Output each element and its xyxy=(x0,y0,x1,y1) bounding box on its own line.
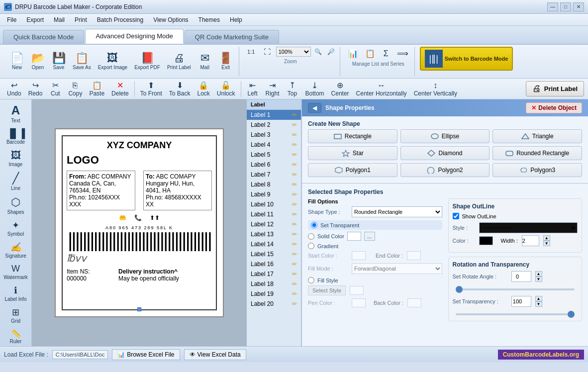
start-color-box[interactable] xyxy=(352,251,366,260)
fill-mode-select[interactable]: ForwardDiagonal BackwardDiagonal Horizon… xyxy=(352,263,442,274)
fill-style-radio[interactable] xyxy=(308,277,314,283)
shape-type-select[interactable]: Rounded Rectangle Rectangle Ellipse Tria… xyxy=(352,206,442,217)
switch-barcode-button[interactable]: |‖| Switch to Barcode Mode xyxy=(420,47,513,71)
manage-btn3[interactable]: Σ xyxy=(379,47,393,60)
rotate-up-btn[interactable]: ▲ xyxy=(535,271,542,277)
label-item-13[interactable]: Label 13 ✏ xyxy=(247,229,301,239)
sidebar-item-ruler[interactable]: 📏 Ruler xyxy=(2,327,30,346)
align-right-button[interactable]: ⇥ Right xyxy=(263,80,283,98)
browse-excel-button[interactable]: 📊 Browse Excel File xyxy=(112,349,180,360)
sidebar-item-watermark[interactable]: W Watermark xyxy=(2,262,30,282)
style-color-box[interactable] xyxy=(350,286,364,295)
shape-polygon2-button[interactable]: Polygon2 xyxy=(400,163,490,177)
cut-button[interactable]: ✂ Cut xyxy=(46,80,64,98)
transparency-down-btn[interactable]: ▼ xyxy=(535,301,542,307)
export-image-button[interactable]: 🖼 Export Image xyxy=(95,51,130,72)
open-button[interactable]: 📂 Open xyxy=(28,51,48,72)
manage-btn2[interactable]: 📋 xyxy=(362,47,378,60)
delete-button[interactable]: ✕ Delete xyxy=(108,80,132,98)
maximize-button[interactable]: □ xyxy=(560,2,571,11)
unlock-button[interactable]: 🔓 Unlock xyxy=(214,80,238,98)
menu-help[interactable]: Help xyxy=(225,15,247,24)
solid-radio[interactable] xyxy=(308,233,314,240)
menu-export[interactable]: Export xyxy=(21,15,49,24)
shape-rectangle-button[interactable]: Rectangle xyxy=(308,129,397,143)
width-up-btn[interactable]: ▲ xyxy=(543,235,550,241)
sidebar-item-image[interactable]: 🖼 Image xyxy=(2,148,30,169)
sidebar-item-label-info[interactable]: ℹ Label Info xyxy=(2,283,30,304)
delete-object-button[interactable]: ✕ Delete Object xyxy=(526,102,582,113)
label-item-3[interactable]: Label 3 ✏ xyxy=(247,130,301,140)
zoom-fit-button[interactable]: ⛶ xyxy=(260,47,274,57)
rotate-down-btn[interactable]: ▼ xyxy=(535,277,542,282)
label-item-17[interactable]: Label 17 ✏ xyxy=(247,269,301,279)
rotate-slider[interactable] xyxy=(456,288,575,290)
label-item-5[interactable]: Label 5 ✏ xyxy=(247,150,301,160)
width-input[interactable] xyxy=(522,235,539,246)
back-button[interactable]: ◀ xyxy=(308,103,321,113)
label-item-6[interactable]: Label 6 ✏ xyxy=(247,160,301,170)
menu-mail[interactable]: Mail xyxy=(49,15,70,24)
end-color-box[interactable] xyxy=(407,251,421,260)
zoom-1to1-button[interactable]: 1:1 xyxy=(244,48,258,56)
label-item-19[interactable]: Label 19 ✏ xyxy=(247,289,301,299)
align-bottom-button[interactable]: ⤓ Bottom xyxy=(302,80,327,98)
sidebar-item-shapes[interactable]: ⬡ Shapes xyxy=(2,194,30,217)
label-item-4[interactable]: Label 4 ✏ xyxy=(247,140,301,150)
label-item-20[interactable]: Label 20 ✏ xyxy=(247,299,301,309)
save-as-button[interactable]: 📋 Save As xyxy=(70,51,94,72)
view-excel-button[interactable]: 👁 View Excel Data xyxy=(184,349,246,360)
center-v-button[interactable]: ↕ Center Vertically xyxy=(411,80,460,98)
outline-style-select[interactable]: ──────── - - - - - · · · · · xyxy=(479,222,578,233)
new-button[interactable]: 📄 New xyxy=(7,51,27,72)
back-color-box[interactable] xyxy=(407,298,421,307)
sidebar-item-text[interactable]: A Text xyxy=(2,101,30,125)
mail-button[interactable]: ✉ Mail xyxy=(195,51,215,72)
manage-btn4[interactable]: ⟹ xyxy=(394,47,411,60)
gradient-radio[interactable] xyxy=(308,243,314,249)
label-item-8[interactable]: Label 8 ✏ xyxy=(247,180,301,189)
label-item-2[interactable]: Label 2 ✏ xyxy=(247,120,301,130)
menu-file[interactable]: File xyxy=(2,15,21,24)
to-back-button[interactable]: ⬇ To Back xyxy=(166,80,194,98)
shape-diamond-button[interactable]: Diamond xyxy=(400,146,490,160)
tab-quick-barcode[interactable]: Quick Barcode Mode xyxy=(3,30,84,44)
pen-color-box[interactable] xyxy=(352,298,366,307)
transparency-slider[interactable] xyxy=(456,313,575,315)
redo-button[interactable]: ↪ Redo xyxy=(25,80,46,98)
shape-rounded-rect-button[interactable]: Rounded Rectangle xyxy=(492,146,582,160)
export-pdf-button[interactable]: 📕 Export PDF xyxy=(131,51,163,72)
label-item-15[interactable]: Label 15 ✏ xyxy=(247,249,301,259)
manage-btn1[interactable]: 📊 xyxy=(345,47,361,60)
menu-view-options[interactable]: View Options xyxy=(148,15,193,24)
transparent-radio[interactable] xyxy=(311,222,317,228)
menu-print[interactable]: Print xyxy=(70,15,92,24)
label-item-12[interactable]: Label 12 ✏ xyxy=(247,219,301,229)
label-item-1[interactable]: Label 1 ✏ xyxy=(247,110,301,120)
sidebar-item-line[interactable]: ╱ Line xyxy=(2,170,30,193)
save-button[interactable]: 💾 Save xyxy=(49,51,69,72)
center-h-button[interactable]: ↔ Center Horizontally xyxy=(353,80,410,98)
zoom-select[interactable]: 100% 75% 50% 150% 200% xyxy=(276,47,311,57)
resize-handle-bottom[interactable] xyxy=(137,307,141,311)
rotate-angle-input[interactable] xyxy=(511,271,531,282)
lock-button[interactable]: 🔒 Lock xyxy=(194,80,212,98)
menu-themes[interactable]: Themes xyxy=(194,15,225,24)
sidebar-item-symbol[interactable]: ✦ Symbol xyxy=(2,218,30,239)
label-item-16[interactable]: Label 16 ✏ xyxy=(247,259,301,269)
tab-qr-marketing[interactable]: QR Code Marketing Suite xyxy=(185,30,279,44)
canvas-content[interactable]: XYZ COMPANY LOGO From: ABC COMPANY Canad… xyxy=(32,99,247,346)
transparency-up-btn[interactable]: ▲ xyxy=(535,296,542,301)
shape-star-button[interactable]: Star xyxy=(308,146,397,160)
tab-advanced-designing[interactable]: Advanced Designing Mode xyxy=(85,29,183,44)
shape-polygon3-button[interactable]: Polygon3 xyxy=(492,163,582,177)
center-button[interactable]: ⊕ Center xyxy=(328,80,352,98)
sidebar-item-signature[interactable]: ✍ Signature xyxy=(2,240,30,261)
label-item-11[interactable]: Label 11 ✏ xyxy=(247,209,301,219)
undo-button[interactable]: ↩ Undo xyxy=(4,80,24,98)
show-outline-checkbox[interactable] xyxy=(453,213,459,219)
sidebar-item-barcode[interactable]: ▐▌▐ Barcode xyxy=(2,126,30,147)
label-item-9[interactable]: Label 9 ✏ xyxy=(247,189,301,199)
solid-color-picker-btn[interactable]: … xyxy=(364,232,375,241)
minimize-button[interactable]: — xyxy=(547,2,558,11)
